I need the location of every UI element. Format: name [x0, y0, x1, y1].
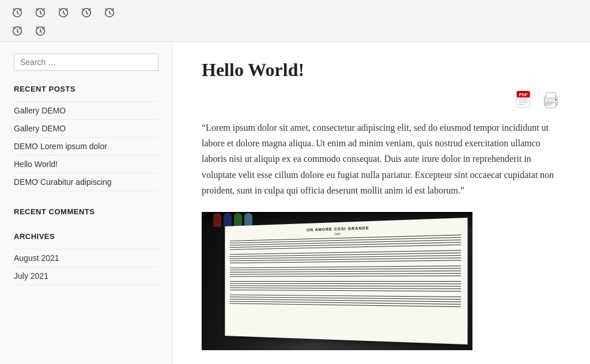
search-input[interactable] — [14, 54, 158, 71]
page-wrapper: RECENT POSTS Gallery DEMO Gallery DEMO D… — [0, 0, 590, 364]
pdf-button[interactable]: PDF — [515, 90, 536, 111]
list-item[interactable]: DEMO Curabitur adipiscing — [14, 173, 158, 191]
list-item[interactable]: Gallery DEMO — [14, 101, 158, 120]
nav-icon-6[interactable] — [9, 23, 25, 39]
archives-list: August 2021 July 2021 — [14, 249, 158, 285]
post-body: “Lorem ipsum dolor sit amet, consectetur… — [202, 120, 561, 198]
nav-icon-1[interactable] — [9, 5, 25, 21]
staff-group-3 — [230, 266, 461, 276]
main-content: Hello World! PDF — [173, 42, 590, 364]
top-nav — [0, 0, 590, 42]
sheet-music: UN AMORE COSI GRANDE Cello — [225, 218, 467, 344]
recent-posts-list: Gallery DEMO Gallery DEMO DEMO Lorem ips… — [14, 101, 158, 191]
nav-icons-row2 — [9, 23, 581, 39]
staff-group-5 — [230, 294, 461, 307]
list-item[interactable]: August 2021 — [14, 249, 158, 267]
nav-icon-7[interactable] — [32, 23, 48, 39]
post-toolbar: PDF — [202, 90, 561, 111]
archives-title: ARCHIVES — [14, 232, 158, 241]
svg-rect-16 — [546, 103, 553, 104]
nav-icon-4[interactable] — [78, 5, 94, 21]
nav-icon-5[interactable] — [101, 5, 118, 21]
recent-comments-title: RECENT COMMENTS — [14, 207, 158, 216]
list-item[interactable]: July 2021 — [14, 267, 158, 285]
nav-icon-3[interactable] — [55, 5, 71, 21]
archives-section: ARCHIVES August 2021 July 2021 — [14, 232, 158, 285]
print-button[interactable] — [540, 90, 561, 111]
recent-posts-section: RECENT POSTS Gallery DEMO Gallery DEMO D… — [14, 85, 158, 191]
post-title: Hello World! — [202, 59, 561, 81]
svg-point-18 — [555, 99, 557, 101]
recent-posts-title: RECENT POSTS — [14, 85, 158, 93]
nav-icons-row1 — [9, 5, 581, 21]
nav-icon-2[interactable] — [32, 5, 48, 21]
list-item[interactable]: Gallery DEMO — [14, 120, 158, 138]
staff-group-2 — [230, 250, 461, 263]
list-item[interactable]: Hello World! — [14, 156, 158, 173]
svg-rect-17 — [546, 105, 551, 105]
main-layout: RECENT POSTS Gallery DEMO Gallery DEMO D… — [0, 42, 590, 364]
svg-rect-14 — [546, 93, 556, 98]
staff-group-4 — [230, 281, 461, 291]
list-item[interactable]: DEMO Lorem ipsum dolor — [14, 138, 158, 156]
recent-comments-section: RECENT COMMENTS — [14, 207, 158, 216]
post-image: UN AMORE COSI GRANDE Cello — [202, 212, 472, 350]
sidebar: RECENT POSTS Gallery DEMO Gallery DEMO D… — [0, 42, 173, 364]
svg-text:PDF: PDF — [519, 92, 528, 97]
